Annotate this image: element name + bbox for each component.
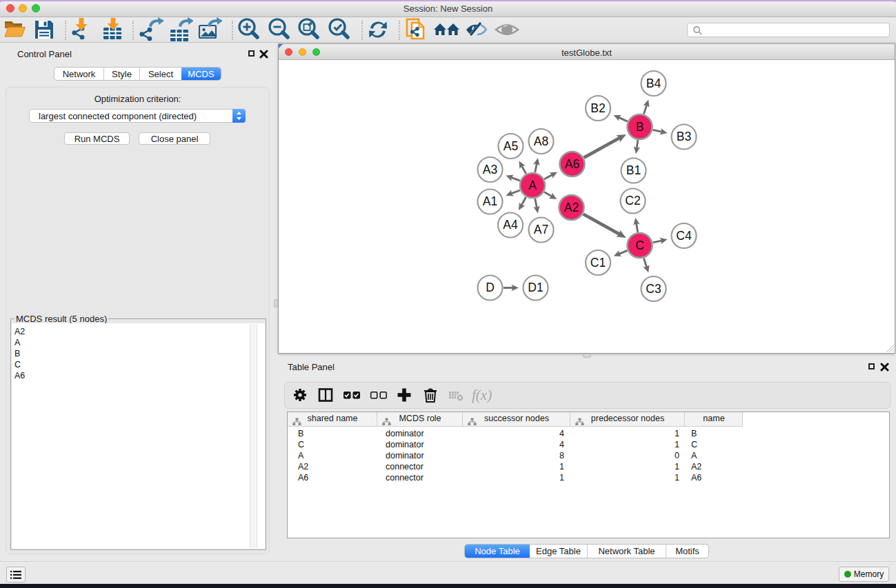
svg-text:A2: A2 <box>564 201 579 214</box>
svg-text:B2: B2 <box>590 101 605 115</box>
svg-text:A4: A4 <box>503 218 518 232</box>
svg-text:A8: A8 <box>534 134 548 148</box>
svg-text:C4: C4 <box>676 229 692 243</box>
svg-text:A1: A1 <box>483 194 497 208</box>
svg-text:A6: A6 <box>565 157 579 171</box>
svg-text:B3: B3 <box>677 130 691 143</box>
svg-text:C3: C3 <box>646 282 661 296</box>
svg-text:C1: C1 <box>590 256 606 270</box>
svg-text:D1: D1 <box>528 281 543 294</box>
svg-text:B1: B1 <box>626 163 641 177</box>
svg-text:A3: A3 <box>483 163 497 176</box>
svg-text:B4: B4 <box>646 77 661 90</box>
svg-text:C: C <box>635 239 644 252</box>
svg-text:A7: A7 <box>534 223 548 236</box>
svg-text:D: D <box>486 281 495 294</box>
svg-text:A: A <box>528 179 537 192</box>
svg-text:A5: A5 <box>504 139 518 153</box>
svg-text:B: B <box>636 120 644 134</box>
svg-text:C2: C2 <box>625 194 640 207</box>
